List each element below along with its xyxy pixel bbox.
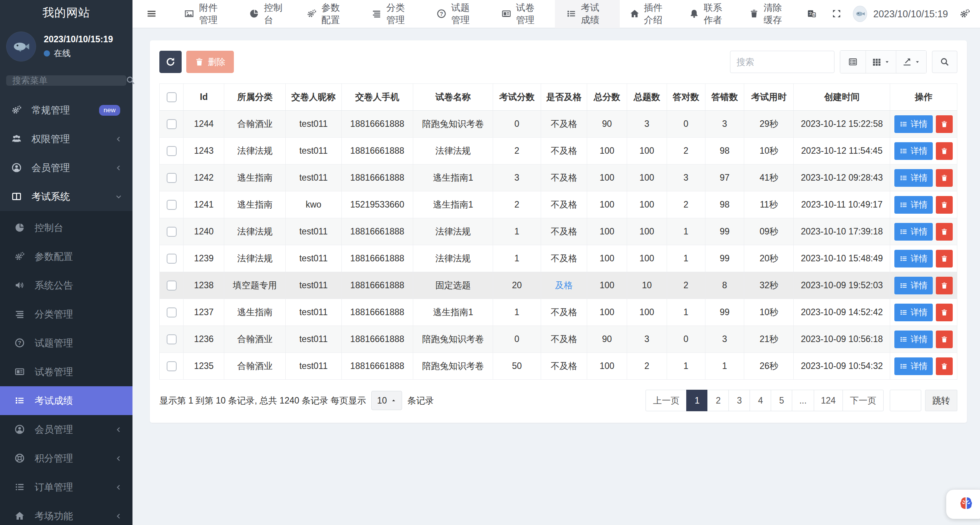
row-checkbox[interactable] — [167, 254, 177, 264]
menu-toggle-icon[interactable] — [141, 8, 162, 19]
search-button[interactable] — [932, 51, 957, 73]
tab-exam-results[interactable]: 考试成绩 — [555, 0, 620, 28]
detail-view-button[interactable] — [840, 51, 866, 73]
detail-button[interactable]: 详情 — [894, 277, 933, 294]
row-checkbox[interactable] — [167, 281, 177, 291]
row-checkbox[interactable] — [167, 200, 177, 210]
row-delete-button[interactable] — [936, 277, 953, 294]
row-checkbox[interactable] — [167, 307, 177, 317]
column-header[interactable]: 试卷名称 — [413, 84, 493, 111]
column-header[interactable]: 所属分类 — [224, 84, 286, 111]
row-checkbox[interactable] — [167, 173, 177, 183]
select-all-checkbox[interactable] — [167, 92, 177, 102]
sidebar-item-permissions[interactable]: 权限管理 — [0, 125, 132, 153]
tab-categories[interactable]: 分类管理 — [360, 0, 425, 28]
topbar-avatar[interactable] — [853, 6, 867, 22]
column-header[interactable]: Id — [184, 84, 224, 111]
sidebar-item-exam-system[interactable]: 考试系统 — [0, 182, 132, 211]
column-header[interactable]: 创建时间 — [794, 84, 890, 111]
row-delete-button[interactable] — [936, 331, 953, 348]
detail-button[interactable]: 详情 — [894, 196, 933, 214]
tab-attachments[interactable]: 附件管理 — [173, 0, 238, 28]
sidebar-subitem-questions[interactable]: ?试题管理 — [0, 329, 132, 357]
page-page-2[interactable]: 2 — [707, 390, 729, 411]
column-header[interactable]: 交卷人手机 — [341, 84, 413, 111]
column-header[interactable]: 考试用时 — [744, 84, 794, 111]
page-page-3[interactable]: 3 — [728, 390, 750, 411]
row-checkbox[interactable] — [167, 361, 177, 371]
column-header[interactable]: 考试分数 — [493, 84, 541, 111]
gears-icon — [14, 251, 25, 261]
sidebar-subitem-orders[interactable]: 订单管理 — [0, 473, 132, 502]
column-header[interactable]: 操作 — [890, 84, 957, 111]
row-checkbox[interactable] — [167, 119, 177, 129]
tab-papers[interactable]: 试卷管理 — [490, 0, 555, 28]
sidebar-item-general[interactable]: 常规管理new — [0, 96, 132, 125]
columns-button[interactable] — [866, 51, 896, 73]
row-delete-button[interactable] — [936, 169, 953, 187]
sidebar-subitem-params[interactable]: 参数配置 — [0, 242, 132, 271]
page-page-1[interactable]: 1 — [686, 390, 708, 411]
detail-button[interactable]: 详情 — [894, 304, 933, 321]
row-delete-button[interactable] — [936, 223, 953, 241]
row-delete-button[interactable] — [936, 357, 953, 375]
column-header[interactable]: 是否及格 — [541, 84, 587, 111]
per-page-select[interactable]: 10 — [371, 391, 402, 410]
row-delete-button[interactable] — [936, 142, 953, 160]
row-delete-button[interactable] — [936, 304, 953, 321]
column-header[interactable]: 答错数 — [705, 84, 744, 111]
gear-icon[interactable] — [960, 8, 970, 19]
export-button[interactable] — [896, 51, 926, 73]
row-delete-button[interactable] — [936, 196, 953, 214]
nav-contact-author[interactable]: 联系作者 — [679, 0, 739, 28]
detail-button[interactable]: 详情 — [894, 142, 933, 160]
column-header[interactable]: 答对数 — [667, 84, 705, 111]
detail-button[interactable]: 详情 — [894, 115, 933, 133]
detail-button[interactable]: 详情 — [894, 169, 933, 187]
nav-plugin-intro[interactable]: 插件介绍 — [620, 0, 680, 28]
column-header[interactable]: 总分数 — [587, 84, 627, 111]
row-checkbox[interactable] — [167, 227, 177, 237]
sidebar-subitem-console[interactable]: 控制台 — [0, 213, 132, 242]
page-ellipsis[interactable]: ... — [792, 390, 814, 411]
column-header[interactable]: 总题数 — [627, 84, 667, 111]
language-button[interactable]: 文A — [799, 0, 824, 28]
page-page-124[interactable]: 124 — [814, 390, 843, 411]
detail-button[interactable]: 详情 — [894, 331, 933, 348]
row-delete-button[interactable] — [936, 115, 953, 133]
ai-assistant-pill[interactable] — [946, 490, 980, 519]
detail-button-label: 详情 — [910, 280, 927, 291]
sidebar-subitem-members-sub[interactable]: 会员管理 — [0, 415, 132, 444]
tab-params[interactable]: 参数配置 — [295, 0, 360, 28]
tab-console[interactable]: 控制台 — [238, 0, 295, 28]
sidebar-subitem-points[interactable]: 积分管理 — [0, 444, 132, 473]
delete-button[interactable]: 删除 — [186, 51, 234, 73]
refresh-button[interactable] — [159, 51, 182, 73]
page-jump-input[interactable] — [890, 390, 921, 411]
page-next[interactable]: 下一页 — [843, 390, 884, 411]
tab-questions[interactable]: ?试题管理 — [425, 0, 490, 28]
detail-button[interactable]: 详情 — [894, 223, 933, 241]
fullscreen-button[interactable] — [824, 0, 849, 28]
page-prev[interactable]: 上一页 — [646, 390, 687, 411]
sidebar-subitem-papers[interactable]: 试卷管理 — [0, 357, 132, 386]
detail-button[interactable]: 详情 — [894, 357, 933, 375]
nav-clear-cache[interactable]: 清除缓存 — [739, 0, 799, 28]
page-jump-button[interactable]: 跳转 — [925, 390, 957, 411]
sidebar-search-input[interactable] — [12, 75, 126, 86]
sidebar-subitem-exam-results[interactable]: 考试成绩 — [0, 386, 132, 415]
page-page-4[interactable]: 4 — [750, 390, 771, 411]
column-header[interactable]: 交卷人昵称 — [286, 84, 341, 111]
pass-link[interactable]: 及格 — [555, 280, 573, 290]
sidebar-subitem-categories[interactable]: 分类管理 — [0, 300, 132, 329]
table-search-input[interactable] — [730, 51, 834, 73]
sidebar-subitem-announcements[interactable]: 系统公告 — [0, 271, 132, 300]
detail-button[interactable]: 详情 — [894, 250, 933, 267]
row-checkbox[interactable] — [167, 334, 177, 344]
sidebar-subitem-exam-room[interactable]: 考场功能 — [0, 502, 132, 525]
row-delete-button[interactable] — [936, 250, 953, 267]
cell: 1 — [493, 218, 541, 245]
sidebar-item-members[interactable]: 会员管理 — [0, 153, 132, 182]
page-page-5[interactable]: 5 — [771, 390, 792, 411]
row-checkbox[interactable] — [167, 146, 177, 156]
